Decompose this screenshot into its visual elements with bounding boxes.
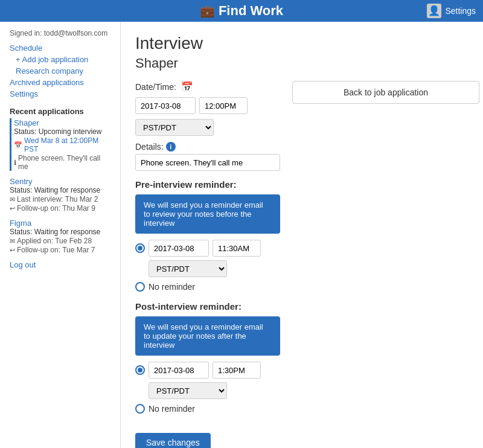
pre-no-reminder-row: No reminder <box>135 282 280 292</box>
sidebar-app-shaper-detail1: 📅 Wed Mar 8 at 12:00PM PST <box>14 136 110 153</box>
info-icon: ℹ <box>14 159 16 167</box>
details-section: Details: i <box>135 142 280 171</box>
email-icon-2: ✉ <box>10 237 15 245</box>
settings-avatar-icon: 👤 <box>427 4 441 18</box>
sidebar-app-shaper-link[interactable]: Shaper <box>14 118 39 127</box>
sidebar-app-shaper-detail2: ℹ Phone screen. They'll call me <box>14 154 110 171</box>
post-timezone-row: PST/PDT EST/EDT CST/CDT MST/MDT <box>135 382 280 399</box>
logo-icon: 💼 <box>200 4 215 18</box>
pre-timezone-row: PST/PDT EST/EDT CST/CDT MST/MDT <box>135 260 280 277</box>
timezone-select[interactable]: PST/PDT EST/EDT CST/CDT MST/MDT <box>135 119 214 136</box>
page-title: Interview <box>135 34 479 53</box>
pre-reminder-box: We will send you a reminder email to rev… <box>135 194 280 234</box>
datetime-row: Date/Time: 📅 <box>135 81 280 92</box>
pre-reminder-radio-selected[interactable] <box>135 243 145 253</box>
save-button[interactable]: Save changes <box>135 433 211 448</box>
post-time-input[interactable] <box>213 362 261 379</box>
sidebar-app-shaper-status: Status: Upcoming interview <box>14 127 110 136</box>
followup-icon: ↩ <box>10 205 15 213</box>
post-reminder-date-row <box>135 362 280 379</box>
sidebar-app-figma: Figma Status: Waiting for response ✉ App… <box>10 219 110 254</box>
logo-area: 💼 Find Work <box>200 3 283 19</box>
back-to-job-button[interactable]: Back to job application <box>292 81 479 104</box>
sidebar-settings-link[interactable]: Settings <box>10 89 110 98</box>
pre-reminder-section: Pre-interview reminder: We will send you… <box>135 179 280 292</box>
post-no-reminder-label: No reminder <box>149 404 195 414</box>
sidebar-app-sentry-detail1: ✉ Last interview: Thu Mar 2 <box>10 195 110 203</box>
sidebar-app-figma-applied: Applied on: Tue Feb 28 <box>17 237 92 245</box>
sidebar-archived-link[interactable]: Archived applications <box>10 78 110 87</box>
sidebar-app-figma-detail1: ✉ Applied on: Tue Feb 28 <box>10 237 110 245</box>
sidebar-app-sentry-interview: Last interview: Thu Mar 2 <box>17 195 98 203</box>
sidebar-add-job-link[interactable]: + Add job application <box>10 55 110 64</box>
date-label: Date/Time: <box>135 82 176 92</box>
sidebar-app-figma-followup: Follow-up on: Tue Mar 7 <box>17 246 95 254</box>
sidebar-logout-link[interactable]: Log out <box>10 260 110 269</box>
sidebar-schedule-link[interactable]: Schedule <box>10 43 110 53</box>
post-no-reminder-row: No reminder <box>135 404 280 414</box>
pre-no-reminder-label: No reminder <box>149 282 195 292</box>
sidebar-research-link[interactable]: Research company <box>10 66 110 75</box>
sidebar-app-sentry-followup: Follow-up on: Thu Mar 9 <box>17 204 95 213</box>
email-icon: ✉ <box>10 196 15 203</box>
signed-in-label: Signed in: todd@twolfson.com <box>10 29 110 37</box>
post-no-reminder-radio[interactable] <box>135 404 145 414</box>
content-right: Back to job application <box>292 81 479 448</box>
details-input[interactable] <box>135 154 280 171</box>
sidebar-app-figma-link[interactable]: Figma <box>10 219 31 228</box>
company-name: Shaper <box>135 56 479 71</box>
sidebar-app-figma-status: Status: Waiting for response <box>10 228 110 236</box>
sidebar: Signed in: todd@twolfson.com Schedule + … <box>0 22 121 448</box>
calendar-icon: 📅 <box>181 81 193 92</box>
main-content: Interview Shaper Date/Time: 📅 PST/PDT ES… <box>121 22 483 448</box>
post-reminder-section: Post-interview reminder: We will send yo… <box>135 301 280 414</box>
followup-icon-2: ↩ <box>10 246 15 254</box>
calendar-icon: 📅 <box>14 141 22 149</box>
pre-date-input[interactable] <box>149 240 209 257</box>
recent-apps-title: Recent applications <box>10 107 110 116</box>
pre-no-reminder-radio[interactable] <box>135 282 145 292</box>
pre-time-input[interactable] <box>213 240 261 257</box>
post-timezone-select[interactable]: PST/PDT EST/EDT CST/CDT MST/MDT <box>149 382 227 399</box>
pre-timezone-select[interactable]: PST/PDT EST/EDT CST/CDT MST/MDT <box>149 260 227 277</box>
settings-link[interactable]: 👤 Settings <box>427 4 476 18</box>
content-left: Date/Time: 📅 PST/PDT EST/EDT CST/CDT MST… <box>135 81 280 448</box>
pre-reminder-title: Pre-interview reminder: <box>135 179 280 190</box>
sidebar-app-sentry-link[interactable]: Sentry <box>10 177 33 186</box>
sidebar-app-figma-detail2: ↩ Follow-up on: Tue Mar 7 <box>10 246 110 254</box>
sidebar-app-shaper-interview-link[interactable]: Wed Mar 8 at 12:00PM PST <box>24 136 110 153</box>
action-buttons: Save changes <box>135 423 280 448</box>
app-title: Find Work <box>219 3 283 19</box>
sidebar-app-shaper-note: Phone screen. They'll call me <box>18 154 110 171</box>
layout: Signed in: todd@twolfson.com Schedule + … <box>0 22 483 448</box>
details-text-label: Details: <box>135 142 164 152</box>
sidebar-app-sentry: Sentry Status: Waiting for response ✉ La… <box>10 177 110 213</box>
settings-label: Settings <box>445 6 476 16</box>
details-label-row: Details: i <box>135 142 280 152</box>
header: 💼 Find Work 👤 Settings <box>0 0 483 22</box>
post-date-input[interactable] <box>149 362 209 379</box>
details-info-icon: i <box>166 142 176 152</box>
sidebar-app-sentry-status: Status: Waiting for response <box>10 186 110 194</box>
post-reminder-radio-selected[interactable] <box>135 365 145 375</box>
post-reminder-box: We will send you a reminder email to upd… <box>135 316 280 356</box>
content-grid: Date/Time: 📅 PST/PDT EST/EDT CST/CDT MST… <box>135 81 479 448</box>
datetime-inputs-row <box>135 97 280 114</box>
timezone-row: PST/PDT EST/EDT CST/CDT MST/MDT <box>135 119 280 136</box>
date-input[interactable] <box>135 97 196 114</box>
time-input[interactable] <box>199 97 248 114</box>
sidebar-app-shaper: Shaper Status: Upcoming interview 📅 Wed … <box>10 118 110 171</box>
post-reminder-title: Post-interview reminder: <box>135 301 280 312</box>
pre-reminder-date-row <box>135 240 280 257</box>
sidebar-app-sentry-detail2: ↩ Follow-up on: Thu Mar 9 <box>10 204 110 213</box>
